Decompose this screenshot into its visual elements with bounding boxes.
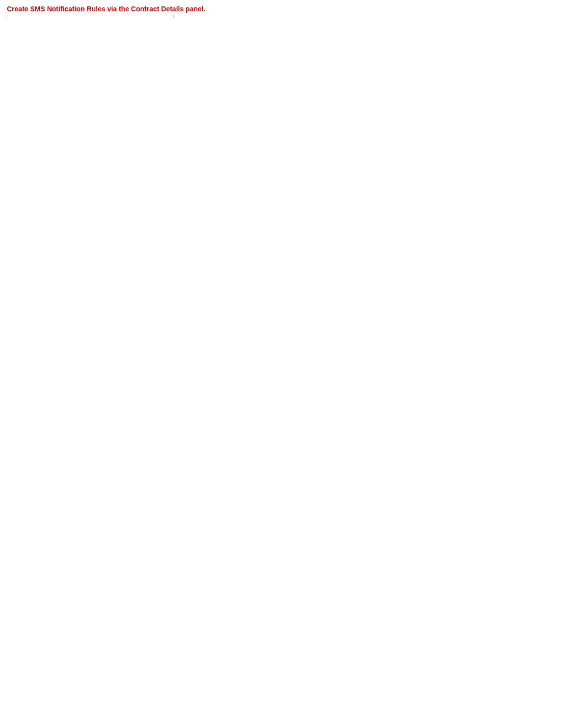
contract-details-panel: Contract Details ⚙ ↻ ︽ ︾ › EC_Contract A…: [7, 15, 174, 18]
